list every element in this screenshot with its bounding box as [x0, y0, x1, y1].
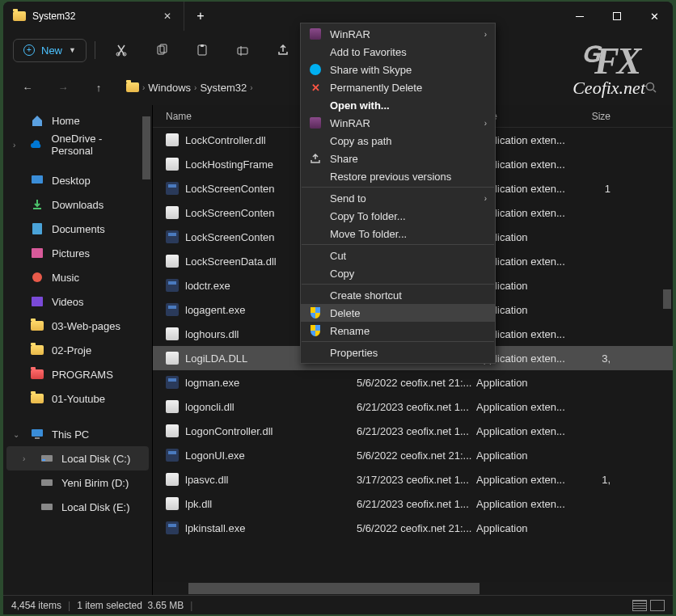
sidebar-folder-proje[interactable]: 02-Proje [6, 338, 149, 362]
menu-copy[interactable]: Copy [301, 264, 495, 282]
menu-add-favorites[interactable]: Add to Favorites [301, 43, 495, 61]
chevron-right-icon[interactable]: › [13, 141, 22, 150]
folder-icon [31, 369, 44, 379]
file-size: 1 [577, 183, 617, 195]
context-menu: WinRAR› Add to Favorites Share with Skyp… [300, 23, 496, 364]
menu-create-shortcut[interactable]: Create shortcut [301, 286, 495, 304]
new-tab-button[interactable]: + [184, 9, 217, 23]
up-button[interactable]: ↑ [84, 74, 113, 100]
menu-winrar[interactable]: WinRAR› [301, 25, 495, 43]
forward-button[interactable]: → [49, 74, 78, 100]
winrar-icon [310, 117, 321, 129]
svg-rect-1 [614, 13, 621, 20]
svg-rect-14 [32, 297, 43, 306]
menu-send-to[interactable]: Send to› [301, 189, 495, 207]
menu-winrar2[interactable]: WinRAR› [301, 114, 495, 132]
rename-button[interactable] [225, 36, 260, 65]
sidebar-pictures[interactable]: Pictures [6, 241, 149, 265]
folder-icon [31, 321, 44, 331]
chevron-down-icon[interactable]: ⌄ [13, 430, 23, 439]
sidebar-onedrive[interactable]: › OneDrive - Personal [6, 133, 149, 157]
file-row[interactable]: logoncli.dll6/21/2023 ceofix.net 1...App… [153, 394, 673, 419]
details-view-button[interactable] [632, 600, 647, 611]
sidebar-folder-web[interactable]: 03-Web-pages [6, 314, 149, 338]
file-date: 6/21/2023 ceofix.net 1... [357, 498, 476, 510]
sidebar-drive-e[interactable]: Local Disk (E:) [6, 495, 149, 519]
thumbnails-view-button[interactable] [650, 600, 665, 611]
file-row[interactable]: logman.exe5/6/2022 ceofix.net 21:...Appl… [153, 370, 673, 394]
desktop-icon [31, 174, 44, 187]
chevron-right-icon[interactable]: › [23, 454, 32, 463]
file-name: LockScreenConten [185, 231, 275, 243]
scrollbar-thumb[interactable] [142, 116, 150, 179]
svg-rect-12 [32, 248, 43, 258]
tab-system32[interactable]: System32 ✕ [3, 2, 184, 31]
file-name: LockScreenData.dll [185, 255, 277, 268]
share-button[interactable] [265, 36, 301, 65]
file-type: Application exten... [476, 401, 577, 413]
file-row[interactable]: lpasvc.dll3/17/2023 ceofix.net 1...Appli… [153, 467, 673, 492]
file-name: logagent.exe [185, 304, 245, 316]
sidebar-folder-programs[interactable]: PROGRAMS [6, 362, 149, 386]
new-button[interactable]: + New ▼ [13, 39, 87, 62]
cut-button[interactable] [104, 36, 139, 65]
menu-cut[interactable]: Cut [301, 247, 495, 264]
search-button[interactable] [639, 75, 663, 99]
file-name: loghours.dll [185, 328, 239, 340]
close-tab-button[interactable]: ✕ [161, 10, 174, 23]
file-date: 5/6/2022 ceofix.net 21:... [357, 377, 476, 389]
menu-properties[interactable]: Properties [301, 344, 495, 361]
sidebar-thispc[interactable]: ⌄This PC [6, 422, 149, 446]
tab-title: System32 [32, 11, 154, 22]
sidebar-folder-youtube[interactable]: 01-Youtube [6, 386, 149, 411]
menu-open-with[interactable]: Open with... [301, 96, 495, 114]
minimize-button[interactable] [561, 2, 598, 31]
scrollbar-thumb[interactable] [663, 289, 671, 309]
menu-share[interactable]: Share [301, 150, 495, 167]
back-button[interactable]: ← [13, 74, 42, 100]
svg-rect-8 [238, 48, 247, 54]
col-size[interactable]: Size [577, 111, 617, 122]
chevron-right-icon: › [142, 83, 145, 92]
file-type: Application [476, 449, 577, 462]
sidebar-drive-c[interactable]: ›Local Disk (C:) [6, 446, 149, 470]
chevron-right-icon: › [484, 119, 487, 128]
sidebar-home[interactable]: Home [6, 108, 149, 133]
shield-icon [311, 307, 320, 319]
menu-copy-path[interactable]: Copy as path [301, 132, 495, 150]
paste-button[interactable] [184, 36, 220, 65]
sidebar-drive-d[interactable]: Yeni Birim (D:) [6, 470, 149, 495]
status-items: 4,454 items [11, 600, 61, 611]
svg-point-9 [647, 83, 654, 91]
file-row[interactable]: lpkinstall.exe5/6/2022 ceofix.net 21:...… [153, 516, 673, 540]
file-row[interactable]: LogonUI.exe5/6/2022 ceofix.net 21:...App… [153, 443, 673, 467]
scrollbar-thumb[interactable] [188, 583, 480, 594]
folder-icon [31, 345, 44, 355]
menu-delete[interactable]: Delete [301, 304, 495, 322]
sidebar-desktop[interactable]: Desktop [6, 168, 149, 192]
file-name: LogonUI.exe [185, 449, 245, 462]
copy-button[interactable] [144, 36, 180, 65]
file-date: 3/17/2023 ceofix.net 1... [357, 474, 476, 486]
crumb-windows[interactable]: Windows [148, 82, 191, 94]
chevron-down-icon: ▼ [69, 46, 76, 54]
sidebar-videos[interactable]: Videos [6, 289, 149, 314]
sidebar-downloads[interactable]: Downloads [6, 192, 149, 217]
menu-share-skype[interactable]: Share with Skype [301, 61, 495, 78]
svg-rect-0 [576, 16, 584, 17]
menu-move-to-folder[interactable]: Move To folder... [301, 225, 495, 243]
crumb-system32[interactable]: System32 [200, 82, 247, 94]
horizontal-scrollbar[interactable] [153, 582, 673, 595]
file-size: 3, [577, 352, 617, 365]
close-window-button[interactable]: ✕ [636, 2, 673, 31]
file-row[interactable]: LogonController.dll6/21/2023 ceofix.net … [153, 419, 673, 443]
menu-restore-versions[interactable]: Restore previous versions [301, 167, 495, 185]
menu-rename[interactable]: Rename [301, 322, 495, 340]
menu-permanently-delete[interactable]: ✕Permanently Delete [301, 78, 495, 96]
menu-copy-to-folder[interactable]: Copy To folder... [301, 207, 495, 225]
file-row[interactable]: lpk.dll6/21/2023 ceofix.net 1...Applicat… [153, 492, 673, 516]
sidebar-music[interactable]: Music [6, 265, 149, 289]
sidebar-documents[interactable]: Documents [6, 217, 149, 241]
maximize-button[interactable] [598, 2, 636, 31]
winrar-icon [310, 28, 321, 40]
